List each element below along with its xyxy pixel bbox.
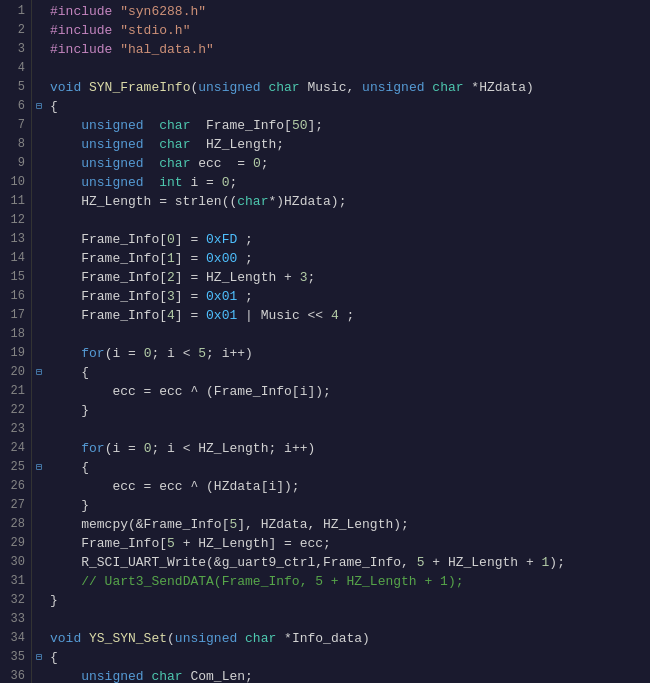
code-token: ); <box>549 555 565 570</box>
code-token: ] = HZ_Length + <box>175 270 300 285</box>
code-token: char <box>159 156 190 171</box>
code-line: memcpy(&Frame_Info[5], HZdata, HZ_Length… <box>50 515 650 534</box>
gutter-icon <box>32 230 46 249</box>
code-token: ; <box>237 251 253 266</box>
code-token: ; <box>237 289 253 304</box>
code-line <box>50 610 650 629</box>
code-token: (i = <box>105 346 144 361</box>
code-token: char <box>268 80 299 95</box>
code-token <box>50 574 81 589</box>
line-number: 6 <box>0 97 25 116</box>
code-token: int <box>159 175 182 190</box>
code-line: } <box>50 401 650 420</box>
code-line: unsigned char HZ_Length; <box>50 135 650 154</box>
code-token: unsigned <box>81 669 151 683</box>
line-number: 21 <box>0 382 25 401</box>
gutter-icon <box>32 439 46 458</box>
line-number: 9 <box>0 154 25 173</box>
code-token: #include <box>50 4 120 19</box>
code-line: #include "syn6288.h" <box>50 2 650 21</box>
code-token: unsigned <box>81 118 143 133</box>
code-token: char <box>151 669 182 683</box>
code-token: unsigned <box>198 80 268 95</box>
code-token: char <box>432 80 463 95</box>
code-token: #include <box>50 42 120 57</box>
gutter-icon[interactable]: ⊟ <box>32 97 46 116</box>
code-token: 4 <box>331 308 339 323</box>
code-token: memcpy(&Frame_Info[ <box>50 517 229 532</box>
code-line: for(i = 0; i < HZ_Length; i++) <box>50 439 650 458</box>
line-number: 28 <box>0 515 25 534</box>
code-token: *)HZdata); <box>268 194 346 209</box>
code-line: #include "hal_data.h" <box>50 40 650 59</box>
line-number: 25 <box>0 458 25 477</box>
code-token: Frame_Info[ <box>50 232 167 247</box>
code-line: R_SCI_UART_Write(&g_uart9_ctrl,Frame_Inf… <box>50 553 650 572</box>
line-number: 3 <box>0 40 25 59</box>
code-token: ; i++) <box>206 346 253 361</box>
gutter-icon <box>32 629 46 648</box>
code-line: unsigned char ecc = 0; <box>50 154 650 173</box>
code-line: Frame_Info[1] = 0x00 ; <box>50 249 650 268</box>
line-number: 15 <box>0 268 25 287</box>
code-token: 1 <box>167 251 175 266</box>
line-number: 14 <box>0 249 25 268</box>
gutter-icon <box>32 59 46 78</box>
code-token: + HZ_Length] = ecc; <box>175 536 331 551</box>
gutter-icon <box>32 420 46 439</box>
code-token <box>144 118 160 133</box>
gutter-icon <box>32 610 46 629</box>
code-token: Frame_Info[ <box>50 289 167 304</box>
code-token: ecc = ecc ^ (HZdata[i]); <box>50 479 300 494</box>
code-token: ] = <box>175 232 206 247</box>
line-number: 34 <box>0 629 25 648</box>
code-line: // Uart3_SendDATA(Frame_Info, 5 + HZ_Len… <box>50 572 650 591</box>
code-token: *Info_data) <box>276 631 370 646</box>
code-token <box>144 137 160 152</box>
code-content[interactable]: #include "syn6288.h"#include "stdio.h"#i… <box>46 0 650 683</box>
gutter-icon[interactable]: ⊟ <box>32 458 46 477</box>
code-token: Music, <box>300 80 362 95</box>
code-line: Frame_Info[4] = 0x01 | Music << 4 ; <box>50 306 650 325</box>
code-line <box>50 420 650 439</box>
code-token: for <box>81 346 104 361</box>
gutter-icon <box>32 325 46 344</box>
gutter-icon[interactable]: ⊟ <box>32 363 46 382</box>
code-token: Frame_Info[ <box>50 270 167 285</box>
code-line: unsigned char Frame_Info[50]; <box>50 116 650 135</box>
code-token: unsigned <box>81 137 143 152</box>
code-token <box>50 118 81 133</box>
code-line <box>50 211 650 230</box>
line-number: 1 <box>0 2 25 21</box>
code-token: "hal_data.h" <box>120 42 214 57</box>
line-number: 19 <box>0 344 25 363</box>
code-line <box>50 325 650 344</box>
line-number: 13 <box>0 230 25 249</box>
gutter-icon <box>32 344 46 363</box>
code-token: void <box>50 80 89 95</box>
line-number: 18 <box>0 325 25 344</box>
code-token: ; <box>237 232 253 247</box>
gutter-icon <box>32 382 46 401</box>
gutter-icon <box>32 591 46 610</box>
code-line: for(i = 0; i < 5; i++) <box>50 344 650 363</box>
code-token: char <box>237 194 268 209</box>
code-token: void <box>50 631 89 646</box>
line-number: 33 <box>0 610 25 629</box>
code-token <box>50 156 81 171</box>
code-token: ecc = <box>190 156 252 171</box>
gutter-icon <box>32 249 46 268</box>
gutter-icon <box>32 116 46 135</box>
code-token: ] = <box>175 289 206 304</box>
gutter-icon <box>32 78 46 97</box>
line-number: 26 <box>0 477 25 496</box>
line-number: 10 <box>0 173 25 192</box>
gutter-icon[interactable]: ⊟ <box>32 648 46 667</box>
code-token: i = <box>183 175 222 190</box>
code-token: ; i < <box>151 346 198 361</box>
code-token: 2 <box>167 270 175 285</box>
code-token <box>50 346 81 361</box>
code-token: (i = <box>105 441 144 456</box>
code-line: Frame_Info[0] = 0xFD ; <box>50 230 650 249</box>
gutter-icon <box>32 287 46 306</box>
